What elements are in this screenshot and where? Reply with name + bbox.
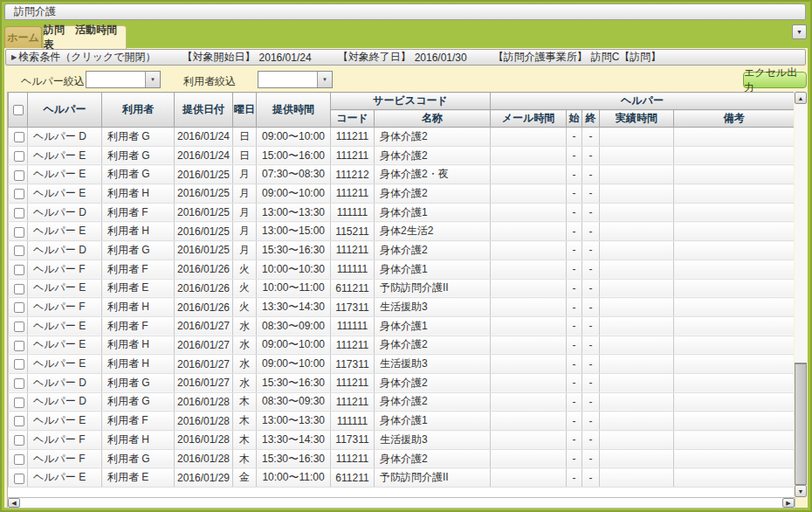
table-row[interactable]: ヘルパー E 利用者 G 2016/01/24 日 15:00〜16:00 11… bbox=[9, 146, 795, 165]
helper-filter-dropdown-button[interactable]: ▼ bbox=[145, 72, 160, 87]
row-checkbox[interactable] bbox=[14, 378, 24, 389]
vertical-scrollbar-thumb[interactable] bbox=[795, 363, 807, 485]
table-row[interactable]: ヘルパー F 利用者 H 2016/01/28 木 13:30〜14:30 11… bbox=[9, 431, 795, 450]
cell-end: - bbox=[582, 431, 600, 450]
row-checkbox[interactable] bbox=[14, 454, 24, 465]
row-checkbox[interactable] bbox=[14, 170, 24, 181]
cell-code: 117311 bbox=[331, 298, 375, 317]
cell-note bbox=[674, 146, 795, 165]
cell-weekday: 日 bbox=[233, 146, 257, 165]
table-row[interactable]: ヘルパー D 利用者 G 2016/01/24 日 09:00〜10:00 11… bbox=[9, 128, 795, 147]
header-service-code-group: サービスコード bbox=[331, 93, 491, 110]
row-checkbox[interactable] bbox=[14, 189, 24, 199]
cell-start: - bbox=[567, 203, 582, 222]
cell-helper: ヘルパー E bbox=[28, 222, 102, 241]
cell-user: 利用者 G bbox=[102, 392, 175, 412]
schedule-table: ヘルパー 利用者 提供日付 曜日 提供時間 サービスコード ヘルパー コード 名… bbox=[7, 92, 794, 498]
cell-date: 2016/01/25 bbox=[175, 241, 233, 260]
table-row[interactable]: ヘルパー F 利用者 G 2016/01/28 木 15:30〜16:30 11… bbox=[9, 449, 795, 468]
cell-date: 2016/01/29 bbox=[175, 468, 233, 488]
cell-code: 111111 bbox=[331, 203, 375, 222]
horizontal-scrollbar[interactable]: ◀ ▶ bbox=[7, 497, 795, 509]
table-row[interactable]: ヘルパー E 利用者 F 2016/01/27 水 08:30〜09:00 11… bbox=[9, 316, 795, 336]
excel-export-button[interactable]: エクセル出力 bbox=[743, 72, 807, 88]
row-checkbox[interactable] bbox=[14, 151, 24, 162]
row-checkbox[interactable] bbox=[14, 208, 24, 218]
cell-note bbox=[674, 316, 795, 336]
row-checkbox[interactable] bbox=[14, 302, 24, 313]
scroll-down-button[interactable]: ▼ bbox=[795, 485, 807, 497]
row-checkbox[interactable] bbox=[14, 246, 24, 256]
cell-weekday: 金 bbox=[233, 468, 257, 488]
cell-weekday: 木 bbox=[233, 392, 257, 412]
cell-code: 611211 bbox=[331, 468, 375, 488]
cell-user: 利用者 H bbox=[102, 431, 175, 450]
table-row[interactable]: ヘルパー E 利用者 F 2016/01/28 木 13:00〜13:30 11… bbox=[9, 412, 795, 431]
helper-filter-select[interactable]: ▼ bbox=[86, 71, 161, 88]
cell-name: 身体介護1 bbox=[375, 316, 491, 336]
row-checkbox[interactable] bbox=[14, 284, 24, 294]
cell-code: 117311 bbox=[331, 431, 375, 450]
table-row[interactable]: ヘルパー E 利用者 H 2016/01/27 水 09:00〜10:00 11… bbox=[9, 336, 795, 355]
row-checkbox[interactable] bbox=[14, 416, 24, 426]
cell-mail-time bbox=[491, 373, 567, 392]
table-row[interactable]: ヘルパー E 利用者 G 2016/01/25 月 07:30〜08:30 11… bbox=[9, 165, 795, 184]
table-row[interactable]: ヘルパー F 利用者 H 2016/01/26 火 13:30〜14:30 11… bbox=[9, 298, 795, 317]
row-checkbox[interactable] bbox=[14, 265, 24, 275]
table-row[interactable]: ヘルパー F 利用者 F 2016/01/26 火 10:00〜10:30 11… bbox=[9, 259, 795, 279]
cell-select bbox=[9, 184, 28, 204]
table-row[interactable]: ヘルパー D 利用者 G 2016/01/28 木 08:30〜09:30 11… bbox=[9, 392, 795, 412]
cell-code: 111111 bbox=[331, 316, 375, 336]
table-row[interactable]: ヘルパー E 利用者 H 2016/01/27 水 09:00〜10:00 11… bbox=[9, 355, 795, 374]
cell-note bbox=[674, 468, 795, 488]
scroll-right-button[interactable]: ▶ bbox=[782, 498, 795, 508]
cell-date: 2016/01/26 bbox=[175, 298, 233, 317]
cell-code: 111211 bbox=[331, 128, 375, 147]
table-row[interactable]: ヘルパー E 利用者 E 2016/01/29 金 10:00〜11:00 61… bbox=[9, 468, 795, 488]
row-checkbox[interactable] bbox=[14, 341, 24, 351]
cell-code: 111211 bbox=[331, 241, 375, 260]
tab-visit-activity-timetable[interactable]: 訪問 活動時間表 bbox=[43, 25, 127, 49]
user-filter-select[interactable]: ▼ bbox=[258, 71, 333, 88]
cell-user: 利用者 F bbox=[102, 412, 175, 431]
cell-start: - bbox=[567, 373, 582, 392]
table-row[interactable]: ヘルパー E 利用者 H 2016/01/25 月 13:00〜15:00 11… bbox=[9, 222, 795, 241]
select-all-checkbox[interactable] bbox=[13, 105, 24, 115]
row-checkbox[interactable] bbox=[14, 474, 24, 484]
tab-list-dropdown-button[interactable]: ▼ bbox=[792, 24, 807, 39]
cell-time: 07:30〜08:30 bbox=[257, 165, 331, 184]
cell-time: 10:00〜11:00 bbox=[257, 468, 331, 488]
row-checkbox[interactable] bbox=[14, 359, 24, 370]
vertical-scrollbar[interactable]: ▲ ▼ bbox=[795, 92, 807, 497]
scroll-up-button[interactable]: ▲ bbox=[795, 92, 807, 104]
cell-select bbox=[9, 146, 28, 165]
row-checkbox[interactable] bbox=[14, 132, 24, 142]
cell-mail-time bbox=[491, 259, 567, 279]
header-actual-time: 実績時間 bbox=[600, 110, 674, 128]
header-code: コード bbox=[331, 110, 375, 128]
tab-home[interactable]: ホーム bbox=[4, 26, 42, 48]
cell-code: 111211 bbox=[331, 336, 375, 355]
table-row[interactable]: ヘルパー E 利用者 E 2016/01/26 火 10:00〜11:00 61… bbox=[9, 279, 795, 298]
cell-time: 09:00〜10:00 bbox=[257, 184, 331, 204]
cell-name: 身体介護1 bbox=[375, 203, 491, 222]
scroll-left-button[interactable]: ◀ bbox=[8, 498, 20, 508]
cell-code: 111111 bbox=[331, 259, 375, 279]
cell-date: 2016/01/28 bbox=[175, 431, 233, 450]
user-filter-dropdown-button[interactable]: ▼ bbox=[317, 72, 332, 87]
table-row[interactable]: ヘルパー D 利用者 G 2016/01/25 月 15:30〜16:30 11… bbox=[9, 241, 795, 260]
row-checkbox[interactable] bbox=[14, 435, 24, 446]
table-row[interactable]: ヘルパー D 利用者 G 2016/01/27 水 15:30〜16:30 11… bbox=[9, 373, 795, 392]
cell-date: 2016/01/27 bbox=[175, 355, 233, 374]
cell-end: - bbox=[582, 241, 600, 260]
cell-end: - bbox=[582, 165, 600, 184]
row-checkbox[interactable] bbox=[14, 398, 24, 408]
table-row[interactable]: ヘルパー E 利用者 H 2016/01/25 月 09:00〜10:00 11… bbox=[9, 184, 795, 204]
table-row[interactable]: ヘルパー D 利用者 F 2016/01/25 月 13:00〜13:30 11… bbox=[9, 203, 795, 222]
row-checkbox[interactable] bbox=[14, 227, 24, 238]
cell-mail-time bbox=[491, 468, 567, 488]
cell-date: 2016/01/27 bbox=[175, 373, 233, 392]
row-checkbox[interactable] bbox=[14, 322, 24, 332]
chevron-down-icon: ▼ bbox=[796, 29, 802, 35]
cell-mail-time bbox=[491, 392, 567, 412]
